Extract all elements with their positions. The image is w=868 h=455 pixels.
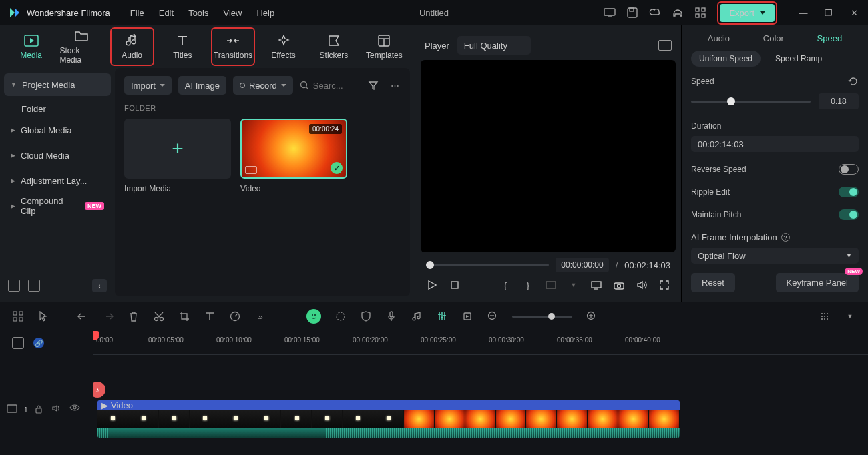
pitch-toggle[interactable] — [839, 209, 859, 220]
settings-icon[interactable]: ▼ — [844, 310, 856, 322]
undo-icon[interactable] — [77, 310, 89, 322]
cut-icon[interactable] — [153, 310, 165, 322]
tab-effects[interactable]: Effects — [262, 27, 305, 66]
tab-stickers[interactable]: Stickers — [312, 27, 355, 66]
aspect-icon[interactable] — [545, 279, 557, 291]
volume-icon[interactable] — [636, 279, 648, 291]
seek-bar[interactable] — [426, 264, 549, 266]
speed-tool-icon[interactable] — [229, 310, 241, 322]
close-button[interactable]: ✕ — [848, 7, 860, 19]
video-track-header[interactable]: 1 — [0, 388, 93, 431]
speed-value[interactable]: 0.18 — [819, 93, 859, 109]
speed-slider[interactable] — [691, 101, 811, 103]
sidebar-adjustment-layer[interactable]: ▶Adjustment Lay... — [4, 169, 111, 192]
grid-icon[interactable] — [12, 310, 24, 322]
maximize-button[interactable]: ❐ — [823, 7, 835, 19]
color-wheel-icon[interactable] — [335, 310, 347, 322]
speed-ramp-chip[interactable]: Speed Ramp — [767, 51, 830, 67]
stop-button[interactable] — [449, 279, 461, 291]
preview-viewport[interactable] — [421, 60, 676, 252]
tab-media[interactable]: Media — [9, 27, 53, 66]
tab-audio-props[interactable]: Audio — [702, 31, 735, 46]
visibility-icon[interactable] — [69, 404, 80, 415]
chevron-down-icon[interactable]: ▼ — [568, 279, 580, 291]
link-tracks-icon[interactable]: 🔗 — [33, 338, 44, 348]
menu-help[interactable]: Help — [256, 8, 274, 18]
shield-icon[interactable] — [360, 310, 372, 322]
zoom-in-icon[interactable] — [586, 310, 598, 322]
play-button[interactable] — [426, 279, 438, 291]
info-icon[interactable]: ? — [781, 233, 790, 242]
sidebar-cloud-media[interactable]: ▶Cloud Media — [4, 144, 111, 167]
cloud-icon[interactable] — [649, 7, 661, 19]
new-folder-icon[interactable] — [8, 280, 20, 292]
more-tools-icon[interactable]: » — [254, 310, 266, 322]
tab-speed-props[interactable]: Speed — [812, 31, 848, 46]
record-dropdown[interactable]: Record — [233, 76, 293, 95]
timeline-tracks[interactable]: 00:00 00:00:05:00 00:00:10:00 00:00:15:0… — [93, 331, 868, 455]
more-icon[interactable]: ⋯ — [389, 79, 401, 91]
music-tool-icon[interactable] — [411, 310, 423, 322]
snapshot-icon[interactable] — [658, 40, 672, 51]
video-clip[interactable]: ▶Video — [97, 400, 680, 438]
menu-edit[interactable]: Edit — [159, 8, 174, 18]
zoom-knob[interactable] — [548, 313, 555, 320]
video-thumbnail[interactable]: 00:00:24 ✓ Video — [240, 119, 347, 193]
pointer-icon[interactable] — [37, 310, 49, 322]
sidebar-global-media[interactable]: ▶Global Media — [4, 119, 111, 141]
filter-icon[interactable] — [367, 79, 379, 91]
playhead[interactable] — [95, 331, 95, 455]
redo-icon[interactable] — [102, 310, 114, 322]
search-input[interactable] — [313, 81, 353, 91]
track-box-icon[interactable] — [12, 337, 24, 349]
zoom-out-icon[interactable] — [487, 310, 499, 322]
import-dropdown[interactable]: Import — [124, 76, 172, 95]
time-ruler[interactable]: 00:00 00:00:05:00 00:00:10:00 00:00:15:0… — [93, 331, 868, 355]
tab-stock-media[interactable]: Stock Media — [59, 27, 103, 66]
mark-out-icon[interactable]: } — [522, 279, 534, 291]
reset-button[interactable]: Reset — [691, 273, 735, 292]
slider-knob[interactable] — [727, 97, 735, 105]
monitor-icon[interactable] — [604, 7, 616, 19]
tab-transitions[interactable]: Transitions — [211, 27, 255, 66]
duration-input[interactable]: 00:02:14:03 — [691, 136, 859, 152]
mixer-icon[interactable] — [436, 310, 448, 322]
zoom-slider[interactable] — [512, 316, 572, 318]
save-icon[interactable] — [626, 7, 638, 19]
menu-file[interactable]: File — [130, 8, 144, 18]
keyframe-panel-button[interactable]: Keyframe PanelNEW — [776, 273, 859, 292]
reset-speed-icon[interactable] — [848, 76, 859, 87]
mark-in-icon[interactable]: { — [499, 279, 511, 291]
tab-templates[interactable]: Templates — [363, 27, 406, 66]
tab-audio[interactable]: Audio — [110, 27, 154, 66]
display-icon[interactable] — [590, 279, 602, 291]
delete-icon[interactable] — [128, 310, 140, 322]
quality-dropdown[interactable]: Full Quality — [457, 36, 531, 55]
seek-knob[interactable] — [426, 261, 434, 269]
crop-icon[interactable] — [178, 310, 190, 322]
track-options-icon[interactable] — [819, 310, 831, 322]
sidebar-project-media[interactable]: ▼Project Media — [4, 73, 111, 96]
ai-image-button[interactable]: AI Image — [178, 76, 226, 95]
uniform-speed-chip[interactable]: Uniform Speed — [691, 51, 761, 67]
collapse-sidebar-button[interactable]: ‹ — [92, 279, 107, 292]
menu-view[interactable]: View — [223, 8, 242, 18]
export-button[interactable]: Export — [720, 4, 775, 22]
ripple-toggle[interactable] — [839, 187, 859, 197]
tab-titles[interactable]: Titles — [161, 27, 204, 66]
sidebar-folder[interactable]: Folder — [4, 99, 111, 119]
apps-icon[interactable] — [694, 7, 706, 19]
interpolation-dropdown[interactable]: Optical Flow▼ — [691, 248, 859, 264]
mute-icon[interactable] — [52, 404, 63, 415]
lock-icon[interactable] — [35, 404, 45, 415]
marker-icon[interactable] — [461, 310, 473, 322]
menu-tools[interactable]: Tools — [188, 8, 208, 18]
folder-icon[interactable] — [28, 280, 40, 292]
minimize-button[interactable]: — — [797, 7, 809, 19]
import-media-tile[interactable]: + Import Media — [124, 119, 231, 193]
mic-icon[interactable] — [385, 310, 397, 322]
tab-color-props[interactable]: Color — [758, 31, 789, 46]
fullscreen-icon[interactable] — [658, 279, 670, 291]
camera-icon[interactable] — [613, 279, 625, 291]
ai-face-icon[interactable] — [306, 309, 321, 324]
